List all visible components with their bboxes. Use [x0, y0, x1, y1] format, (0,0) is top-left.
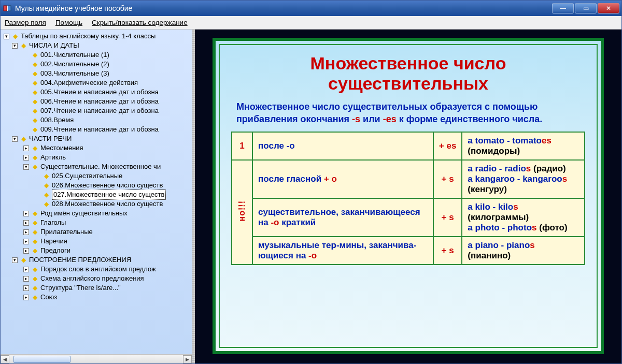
page-icon [43, 191, 50, 198]
tree-item[interactable]: 002.Числительные (2) [1, 60, 192, 69]
folder-icon [20, 256, 27, 264]
menu-toggle-toc[interactable]: Скрыть/показать содержание [92, 19, 188, 26]
scroll-thumb[interactable] [13, 356, 70, 363]
tree-item[interactable]: 025.Существительные [1, 171, 192, 181]
h-scrollbar[interactable]: ◀ ▶ [1, 354, 192, 363]
tree-item[interactable]: ▸Местоимения [1, 143, 192, 153]
page-icon [43, 182, 50, 189]
folder-icon [31, 228, 38, 236]
tree-item[interactable]: ▸Предлоги [1, 246, 192, 255]
tree-item[interactable]: 006.Чтение и написание дат и обозна [1, 97, 192, 106]
tree-item[interactable]: 009.Чтение и написание дат и обозна [1, 125, 192, 134]
tree-sec-parts[interactable]: ▾ЧАСТИ РЕЧИ [1, 134, 192, 143]
example-cell: a piano - pianos (пианино) [462, 237, 585, 265]
close-button[interactable]: ✕ [598, 3, 619, 13]
toc-tree[interactable]: ▾Таблицы по английскому языку. 1-4 класс… [1, 30, 192, 354]
folder-icon [31, 266, 38, 273]
example-cell: a radio - radios (радио) a kangaroo - ka… [462, 160, 585, 198]
tree-item[interactable]: ▸Род имён существительных [1, 209, 192, 218]
folder-icon [31, 247, 38, 254]
folder-icon [31, 210, 38, 217]
folder-icon [20, 135, 27, 142]
page-icon [31, 79, 38, 86]
grammar-table: 1 после -о + es a tomato - tomatoes (пом… [231, 132, 585, 265]
tree-item[interactable]: ▸Наречия [1, 237, 192, 246]
page-icon [31, 51, 38, 59]
tree-item[interactable]: 005.Чтение и написание дат и обозна [1, 88, 192, 97]
page-icon [31, 89, 38, 96]
example-cell: a tomato - tomatoes (помидоры) [462, 132, 585, 160]
tree-item[interactable]: ▸Прилагательные [1, 227, 192, 237]
slide-intro: Множественное число существительных обра… [236, 101, 580, 125]
tree-item[interactable]: 026.Множественное число существ [1, 181, 192, 190]
example-cell: a kilo - kilos (килограммы) a photo - ph… [462, 198, 585, 237]
tree-item[interactable]: 008.Время [1, 115, 192, 125]
suffix-cell: + s [433, 237, 462, 265]
folder-icon [31, 275, 38, 282]
page-icon [31, 61, 38, 68]
slide: Множественное число существительных Множ… [213, 38, 604, 354]
tree-item-selected[interactable]: 027.Множественное число существ [1, 190, 192, 199]
rule-cell: после гласной + о [252, 160, 433, 198]
svg-rect-0 [4, 6, 7, 11]
tree-item-nouns[interactable]: ▾Существительные. Множественное чи [1, 162, 192, 171]
menu-help[interactable]: Помощь [55, 19, 82, 26]
suffix-cell: + es [433, 132, 462, 160]
maximize-button[interactable]: ▭ [575, 3, 597, 13]
folder-icon [31, 238, 38, 245]
folder-icon [31, 284, 38, 292]
menubar: Размер поля Помощь Скрыть/показать содер… [1, 16, 621, 30]
folder-icon [20, 42, 27, 49]
slide-title: Множественное число существительных [231, 53, 585, 94]
tree-item[interactable]: 004.Арифметические действия [1, 78, 192, 88]
tree-item[interactable]: 007.Чтение и написание дат и обозна [1, 106, 192, 115]
rule-cell: музыкальные тер-мины, заканчива-ющиеся н… [252, 237, 433, 265]
table-row: музыкальные тер-мины, заканчива-ющиеся н… [232, 237, 585, 265]
tree-item[interactable]: 001.Числительные (1) [1, 50, 192, 60]
table-row: существительное, заканчивающееся на -о к… [232, 198, 585, 237]
menu-field-size[interactable]: Размер поля [5, 19, 46, 26]
tree-item[interactable]: ▸Порядок слов в английском предлож [1, 265, 192, 274]
suffix-cell: + s [433, 198, 462, 237]
toc-sidebar: ▾Таблицы по английскому языку. 1-4 класс… [1, 30, 192, 363]
tree-sec-sentence[interactable]: ▾ПОСТРОЕНИЕ ПРЕДЛОЖЕНИЯ [1, 255, 192, 265]
tree-item[interactable]: ▸Артикль [1, 153, 192, 162]
table-row: но!!! после гласной + о + s a radio - ra… [232, 160, 585, 198]
svg-rect-2 [7, 6, 8, 11]
tree-root[interactable]: ▾Таблицы по английскому языку. 1-4 класс… [1, 32, 192, 41]
tree-item[interactable]: 003.Числительные (3) [1, 69, 192, 78]
client-area: ▾Таблицы по английскому языку. 1-4 класс… [1, 30, 621, 363]
scroll-track[interactable] [9, 355, 183, 363]
tree-item[interactable]: ▸Глаголы [1, 218, 192, 227]
row-number: 1 [232, 132, 252, 160]
tree-sec-numbers[interactable]: ▾ЧИСЛА И ДАТЫ [1, 41, 192, 50]
page-icon [31, 117, 38, 124]
app-icon [3, 4, 12, 13]
tree-item[interactable]: ▸Союз [1, 293, 192, 302]
rule-cell: существительное, заканчивающееся на -о к… [252, 198, 433, 237]
page-icon [31, 98, 38, 105]
titlebar[interactable]: Мультимедийное учебное пособие — ▭ ✕ [1, 1, 621, 16]
app-window: Мультимедийное учебное пособие — ▭ ✕ Раз… [0, 0, 622, 364]
scroll-right-icon[interactable]: ▶ [183, 355, 192, 363]
folder-icon [31, 154, 38, 161]
suffix-cell: + s [433, 160, 462, 198]
tree-item[interactable]: 028.Множественное число существ [1, 199, 192, 209]
page-icon [31, 107, 38, 114]
tree-item[interactable]: ▸Схема английского предложения [1, 274, 192, 283]
window-title: Мультимедийное учебное пособие [15, 4, 552, 12]
table-row: 1 после -о + es a tomato - tomatoes (пом… [232, 132, 585, 160]
folder-icon [11, 33, 19, 40]
page-icon [43, 200, 50, 208]
rule-cell: после -о [252, 132, 433, 160]
minimize-button[interactable]: — [552, 3, 574, 13]
folder-icon [31, 144, 38, 152]
window-controls: — ▭ ✕ [552, 3, 619, 13]
folder-icon [31, 219, 38, 226]
but-label: но!!! [232, 160, 252, 265]
scroll-left-icon[interactable]: ◀ [1, 355, 9, 363]
tree-item[interactable]: ▸Структура "There is/are..." [1, 283, 192, 293]
svg-rect-1 [8, 6, 11, 11]
page-icon [31, 126, 38, 133]
page-icon [43, 172, 50, 180]
